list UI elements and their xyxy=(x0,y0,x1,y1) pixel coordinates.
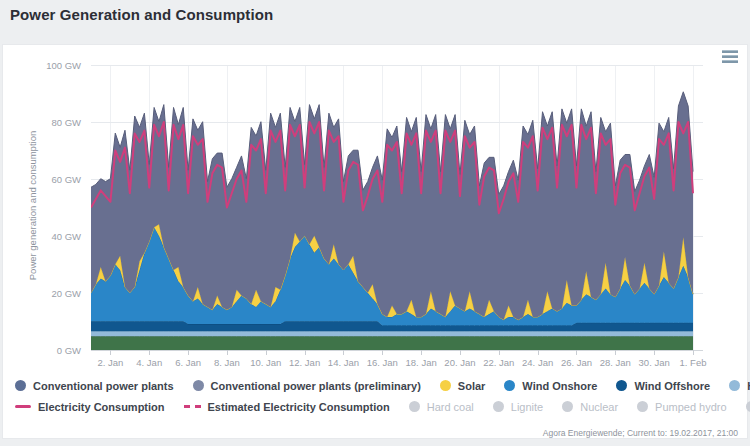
x-axis-tick-label: 18. Jan xyxy=(399,357,443,368)
legend-item-label: Electricity Consumption xyxy=(38,401,165,413)
legend-item-estimated-electricity-consumption[interactable]: Estimated Electricity Consumption xyxy=(184,401,390,413)
y-axis-tick-label: 0 GW xyxy=(15,345,81,356)
legend-item-label: Lignite xyxy=(511,401,543,413)
x-axis-tick-label: 4. Jan xyxy=(127,357,171,368)
estimated-electricity-consumption-line-icon xyxy=(184,405,201,408)
hydro-dot-icon xyxy=(729,380,740,391)
source-note: Agora Energiewende; Current to: 19.02.20… xyxy=(543,428,738,438)
legend-item-label: Hard coal xyxy=(427,401,474,413)
x-axis-tick-label: 24. Jan xyxy=(516,357,560,368)
legend-item-hard-coal[interactable]: Hard coal xyxy=(409,401,474,413)
chart-canvas[interactable] xyxy=(91,65,703,357)
legend-item-label: Solar xyxy=(458,380,486,392)
legend-item-label: Nuclear xyxy=(580,401,618,413)
lignite-dot-icon xyxy=(493,401,504,412)
hamburger-icon[interactable] xyxy=(719,48,741,68)
y-axis-tick-label: 60 GW xyxy=(15,174,81,185)
legend-item-label: Conventional power plants (preliminary) xyxy=(211,380,421,392)
legend-item-label: Wind Onshore xyxy=(522,380,597,392)
page: Power Generation and Consumption Power g… xyxy=(0,0,750,446)
y-axis-title: Power generation and consumption xyxy=(27,66,38,346)
pumped-hydro-dot-icon xyxy=(637,401,648,412)
legend-item-electricity-consumption[interactable]: Electricity Consumption xyxy=(15,401,165,413)
wind-onshore-dot-icon xyxy=(504,380,515,391)
x-axis-tick-label: 26. Jan xyxy=(554,357,598,368)
y-axis-tick-label: 20 GW xyxy=(15,288,81,299)
x-axis-tick-label: 10. Jan xyxy=(244,357,288,368)
legend-item-conventional[interactable]: Conventional power plants xyxy=(15,380,174,392)
solar-dot-icon xyxy=(440,380,451,391)
nuclear-dot-icon xyxy=(562,401,573,412)
conventional-prelim-dot-icon xyxy=(193,380,204,391)
x-axis-tick-label: 28. Jan xyxy=(593,357,637,368)
x-axis-tick-label: 8. Jan xyxy=(205,357,249,368)
y-axis-tick-label: 80 GW xyxy=(15,117,81,128)
legend-item-lignite[interactable]: Lignite xyxy=(493,401,543,413)
x-axis-tick-label: 14. Jan xyxy=(321,357,365,368)
legend-item-label: Pumped hydro xyxy=(655,401,727,413)
legend-item-pumped-hydro[interactable]: Pumped hydro xyxy=(637,401,727,413)
wind-offshore-dot-icon xyxy=(616,380,627,391)
legend-item-label: Wind Offshore xyxy=(634,380,710,392)
legend-item-hydro[interactable]: Hydro xyxy=(729,380,750,392)
legend-item-label: Conventional power plants xyxy=(33,380,174,392)
legend-row: Electricity ConsumptionEstimated Electri… xyxy=(15,396,750,417)
x-axis-tick-label: 6. Jan xyxy=(166,357,210,368)
legend-item-solar[interactable]: Solar xyxy=(440,380,486,392)
legend-item-wind-onshore[interactable]: Wind Onshore xyxy=(504,380,597,392)
y-axis-tick-label: 100 GW xyxy=(15,60,81,71)
x-axis-tick-label: 12. Jan xyxy=(283,357,327,368)
page-title: Power Generation and Consumption xyxy=(10,6,273,23)
legend: Conventional power plantsConventional po… xyxy=(15,375,750,417)
natural-gas-dot-icon xyxy=(746,401,750,412)
x-axis-tick-label: 1. Feb xyxy=(671,357,715,368)
legend-item-natural-gas[interactable]: Natural gas xyxy=(746,401,750,413)
y-axis-tick-label: 40 GW xyxy=(15,231,81,242)
legend-item-nuclear[interactable]: Nuclear xyxy=(562,401,618,413)
legend-item-conventional-prelim[interactable]: Conventional power plants (preliminary) xyxy=(193,380,421,392)
x-axis-tick-label: 2. Jan xyxy=(88,357,132,368)
x-axis-tick-label: 30. Jan xyxy=(632,357,676,368)
legend-item-wind-offshore[interactable]: Wind Offshore xyxy=(616,380,710,392)
x-axis-tick-label: 22. Jan xyxy=(477,357,521,368)
legend-row: Conventional power plantsConventional po… xyxy=(15,375,750,396)
legend-item-label: Estimated Electricity Consumption xyxy=(208,401,390,413)
hard-coal-dot-icon xyxy=(409,401,420,412)
chart-card: Power generation and consumption 0 GW20 … xyxy=(2,44,748,439)
conventional-dot-icon xyxy=(15,380,26,391)
x-axis-tick-label: 16. Jan xyxy=(360,357,404,368)
electricity-consumption-line-icon xyxy=(15,405,31,408)
x-axis-tick-label: 20. Jan xyxy=(438,357,482,368)
